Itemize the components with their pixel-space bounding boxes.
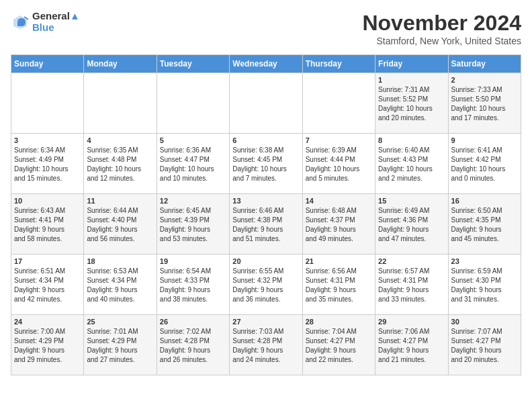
calendar-cell: 2Sunrise: 7:33 AM Sunset: 5:50 PM Daylig… — [448, 73, 521, 134]
calendar-cell: 19Sunrise: 6:54 AM Sunset: 4:33 PM Dayli… — [157, 255, 229, 315]
calendar-cell: 13Sunrise: 6:46 AM Sunset: 4:38 PM Dayli… — [230, 194, 302, 255]
day-detail: Sunrise: 6:36 AM Sunset: 4:47 PM Dayligh… — [160, 146, 226, 183]
day-number: 18 — [87, 257, 153, 265]
calendar-cell: 20Sunrise: 6:55 AM Sunset: 4:32 PM Dayli… — [230, 255, 302, 315]
day-number: 22 — [378, 257, 445, 265]
calendar-week-row: 24Sunrise: 7:00 AM Sunset: 4:29 PM Dayli… — [11, 315, 521, 375]
day-number: 6 — [232, 136, 299, 144]
weekday-header-sunday: Sunday — [11, 55, 84, 73]
calendar-week-row: 3Sunrise: 6:34 AM Sunset: 4:49 PM Daylig… — [11, 134, 521, 194]
day-detail: Sunrise: 7:02 AM Sunset: 4:28 PM Dayligh… — [160, 327, 226, 365]
day-number: 8 — [378, 136, 445, 144]
day-detail: Sunrise: 6:59 AM Sunset: 4:30 PM Dayligh… — [451, 267, 518, 304]
day-detail: Sunrise: 6:44 AM Sunset: 4:40 PM Dayligh… — [87, 206, 153, 244]
location: Stamford, New York, United States — [362, 36, 521, 46]
calendar-cell: 29Sunrise: 7:06 AM Sunset: 4:27 PM Dayli… — [375, 315, 448, 375]
calendar-cell: 27Sunrise: 7:03 AM Sunset: 4:28 PM Dayli… — [230, 315, 302, 375]
day-number: 15 — [378, 197, 445, 205]
day-number: 23 — [451, 257, 518, 265]
day-detail: Sunrise: 6:43 AM Sunset: 4:41 PM Dayligh… — [14, 206, 81, 244]
calendar-cell: 7Sunrise: 6:39 AM Sunset: 4:44 PM Daylig… — [302, 134, 375, 194]
calendar-cell: 9Sunrise: 6:41 AM Sunset: 4:42 PM Daylig… — [448, 134, 521, 194]
day-detail: Sunrise: 6:39 AM Sunset: 4:44 PM Dayligh… — [306, 146, 372, 183]
calendar-cell: 12Sunrise: 6:45 AM Sunset: 4:39 PM Dayli… — [157, 194, 229, 255]
calendar-cell — [11, 73, 84, 134]
day-number: 28 — [306, 318, 372, 326]
day-detail: Sunrise: 6:41 AM Sunset: 4:42 PM Dayligh… — [451, 146, 518, 183]
day-detail: Sunrise: 6:45 AM Sunset: 4:39 PM Dayligh… — [160, 206, 226, 244]
calendar-week-row: 10Sunrise: 6:43 AM Sunset: 4:41 PM Dayli… — [11, 194, 521, 255]
day-number: 27 — [232, 318, 299, 326]
day-number: 14 — [306, 197, 372, 205]
day-number: 17 — [14, 257, 81, 265]
logo-icon — [11, 13, 30, 32]
calendar-cell: 4Sunrise: 6:35 AM Sunset: 4:48 PM Daylig… — [84, 134, 157, 194]
calendar-table: SundayMondayTuesdayWednesdayThursdayFrid… — [11, 54, 521, 375]
day-number: 30 — [451, 318, 518, 326]
day-detail: Sunrise: 6:46 AM Sunset: 4:38 PM Dayligh… — [232, 206, 299, 244]
calendar-cell — [302, 73, 375, 134]
day-number: 26 — [160, 318, 226, 326]
calendar-cell: 5Sunrise: 6:36 AM Sunset: 4:47 PM Daylig… — [157, 134, 229, 194]
day-number: 4 — [87, 136, 153, 144]
calendar-cell: 15Sunrise: 6:49 AM Sunset: 4:36 PM Dayli… — [375, 194, 448, 255]
day-number: 7 — [306, 136, 372, 144]
day-number: 2 — [451, 76, 518, 84]
day-detail: Sunrise: 6:55 AM Sunset: 4:32 PM Dayligh… — [232, 267, 299, 304]
calendar-cell: 24Sunrise: 7:00 AM Sunset: 4:29 PM Dayli… — [11, 315, 84, 375]
weekday-header-row: SundayMondayTuesdayWednesdayThursdayFrid… — [11, 55, 521, 73]
day-detail: Sunrise: 7:04 AM Sunset: 4:27 PM Dayligh… — [306, 327, 372, 365]
day-number: 20 — [232, 257, 299, 265]
day-number: 12 — [160, 197, 226, 205]
day-detail: Sunrise: 7:00 AM Sunset: 4:29 PM Dayligh… — [14, 327, 81, 365]
title-section: November 2024 Stamford, New York, United… — [362, 11, 521, 46]
calendar-cell — [230, 73, 302, 134]
calendar-cell: 28Sunrise: 7:04 AM Sunset: 4:27 PM Dayli… — [302, 315, 375, 375]
day-detail: Sunrise: 6:53 AM Sunset: 4:34 PM Dayligh… — [87, 267, 153, 304]
weekday-header-saturday: Saturday — [448, 55, 521, 73]
day-number: 21 — [306, 257, 372, 265]
day-detail: Sunrise: 6:56 AM Sunset: 4:31 PM Dayligh… — [306, 267, 372, 304]
weekday-header-thursday: Thursday — [302, 55, 375, 73]
calendar-cell: 3Sunrise: 6:34 AM Sunset: 4:49 PM Daylig… — [11, 134, 84, 194]
calendar-week-row: 17Sunrise: 6:51 AM Sunset: 4:34 PM Dayli… — [11, 255, 521, 315]
day-detail: Sunrise: 7:06 AM Sunset: 4:27 PM Dayligh… — [378, 327, 445, 365]
weekday-header-tuesday: Tuesday — [157, 55, 229, 73]
logo-text: General▲ Blue — [32, 11, 80, 33]
day-number: 10 — [14, 197, 81, 205]
calendar-cell: 1Sunrise: 7:31 AM Sunset: 5:52 PM Daylig… — [375, 73, 448, 134]
day-detail: Sunrise: 6:48 AM Sunset: 4:37 PM Dayligh… — [306, 206, 372, 244]
day-detail: Sunrise: 7:31 AM Sunset: 5:52 PM Dayligh… — [378, 85, 445, 123]
calendar-cell: 22Sunrise: 6:57 AM Sunset: 4:31 PM Dayli… — [375, 255, 448, 315]
day-detail: Sunrise: 7:01 AM Sunset: 4:29 PM Dayligh… — [87, 327, 153, 365]
calendar-cell: 6Sunrise: 6:38 AM Sunset: 4:45 PM Daylig… — [230, 134, 302, 194]
weekday-header-friday: Friday — [375, 55, 448, 73]
calendar-cell: 25Sunrise: 7:01 AM Sunset: 4:29 PM Dayli… — [84, 315, 157, 375]
day-number: 29 — [378, 318, 445, 326]
day-detail: Sunrise: 6:35 AM Sunset: 4:48 PM Dayligh… — [87, 146, 153, 183]
day-detail: Sunrise: 7:33 AM Sunset: 5:50 PM Dayligh… — [451, 85, 518, 123]
day-number: 1 — [378, 76, 445, 84]
calendar-cell: 14Sunrise: 6:48 AM Sunset: 4:37 PM Dayli… — [302, 194, 375, 255]
day-detail: Sunrise: 6:49 AM Sunset: 4:36 PM Dayligh… — [378, 206, 445, 244]
weekday-header-wednesday: Wednesday — [230, 55, 302, 73]
calendar-cell — [157, 73, 229, 134]
day-number: 9 — [451, 136, 518, 144]
day-number: 11 — [87, 197, 153, 205]
day-detail: Sunrise: 6:54 AM Sunset: 4:33 PM Dayligh… — [160, 267, 226, 304]
day-detail: Sunrise: 6:34 AM Sunset: 4:49 PM Dayligh… — [14, 146, 81, 183]
day-detail: Sunrise: 6:51 AM Sunset: 4:34 PM Dayligh… — [14, 267, 81, 304]
calendar-week-row: 1Sunrise: 7:31 AM Sunset: 5:52 PM Daylig… — [11, 73, 521, 134]
day-detail: Sunrise: 6:38 AM Sunset: 4:45 PM Dayligh… — [232, 146, 299, 183]
day-detail: Sunrise: 6:57 AM Sunset: 4:31 PM Dayligh… — [378, 267, 445, 304]
header: General▲ Blue November 2024 Stamford, Ne… — [11, 11, 521, 46]
calendar-cell: 16Sunrise: 6:50 AM Sunset: 4:35 PM Dayli… — [448, 194, 521, 255]
calendar-cell: 8Sunrise: 6:40 AM Sunset: 4:43 PM Daylig… — [375, 134, 448, 194]
calendar-cell: 26Sunrise: 7:02 AM Sunset: 4:28 PM Dayli… — [157, 315, 229, 375]
day-number: 5 — [160, 136, 226, 144]
calendar-cell: 18Sunrise: 6:53 AM Sunset: 4:34 PM Dayli… — [84, 255, 157, 315]
weekday-header-monday: Monday — [84, 55, 157, 73]
calendar-cell: 21Sunrise: 6:56 AM Sunset: 4:31 PM Dayli… — [302, 255, 375, 315]
day-number: 19 — [160, 257, 226, 265]
calendar-cell: 30Sunrise: 7:07 AM Sunset: 4:27 PM Dayli… — [448, 315, 521, 375]
